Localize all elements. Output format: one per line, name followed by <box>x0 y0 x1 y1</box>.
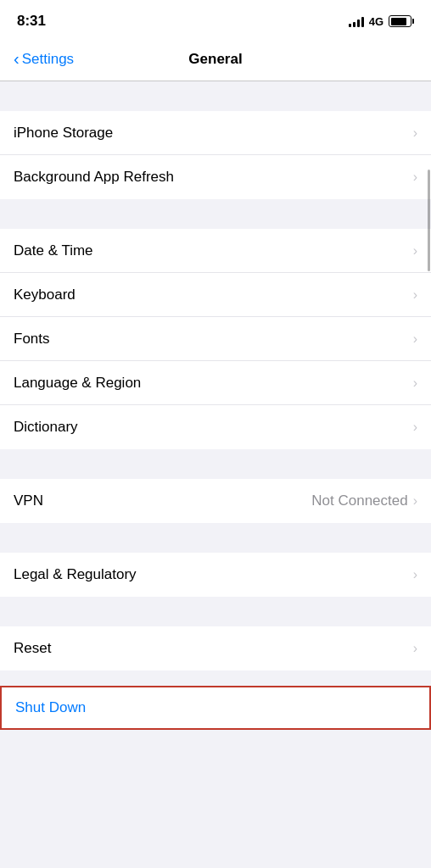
section-gap-1 <box>0 81 431 111</box>
keyboard-label: Keyboard <box>14 287 413 303</box>
chevron-right-icon: › <box>413 243 417 259</box>
chevron-right-icon: › <box>413 420 417 435</box>
section-gap-5 <box>0 597 431 626</box>
background-app-refresh-item[interactable]: Background App Refresh › <box>0 155 431 199</box>
legal-section: Legal & Regulatory › <box>0 553 431 597</box>
back-label: Settings <box>22 51 74 68</box>
back-button[interactable]: ‹ Settings <box>14 49 74 69</box>
section-gap-2 <box>0 199 431 229</box>
language-region-label: Language & Region <box>14 375 413 392</box>
shutdown-item[interactable]: Shut Down <box>0 686 431 730</box>
fonts-item[interactable]: Fonts › <box>0 317 431 361</box>
legal-regulatory-item[interactable]: Legal & Regulatory › <box>0 553 431 597</box>
shutdown-label: Shut Down <box>15 699 86 716</box>
background-app-refresh-label: Background App Refresh <box>14 169 413 186</box>
back-chevron-icon: ‹ <box>14 49 20 69</box>
network-type: 4G <box>369 15 383 28</box>
status-time: 8:31 <box>17 13 46 30</box>
datetime-section: Date & Time › Keyboard › Fonts › Languag… <box>0 229 431 449</box>
nav-header: ‹ Settings General <box>0 37 431 81</box>
status-icons: 4G <box>349 15 414 28</box>
fonts-label: Fonts <box>14 331 413 348</box>
chevron-right-icon: › <box>413 331 417 347</box>
iphone-storage-item[interactable]: iPhone Storage › <box>0 111 431 155</box>
reset-label: Reset <box>14 640 413 657</box>
chevron-right-icon: › <box>413 125 417 141</box>
language-region-item[interactable]: Language & Region › <box>0 361 431 405</box>
vpn-section: VPN Not Connected › <box>0 479 431 523</box>
keyboard-item[interactable]: Keyboard › <box>0 273 431 317</box>
vpn-status: Not Connected <box>311 492 407 509</box>
chevron-right-icon: › <box>413 567 417 582</box>
vpn-label: VPN <box>14 492 311 509</box>
iphone-storage-label: iPhone Storage <box>14 125 413 142</box>
chevron-right-icon: › <box>413 493 417 509</box>
section-gap-3 <box>0 449 431 479</box>
reset-item[interactable]: Reset › <box>0 626 431 670</box>
date-time-label: Date & Time <box>14 242 413 259</box>
chevron-right-icon: › <box>413 287 417 303</box>
vpn-item[interactable]: VPN Not Connected › <box>0 479 431 523</box>
legal-regulatory-label: Legal & Regulatory <box>14 566 413 583</box>
signal-bars-icon <box>349 15 364 27</box>
dictionary-item[interactable]: Dictionary › <box>0 405 431 449</box>
chevron-right-icon: › <box>413 641 417 656</box>
storage-section: iPhone Storage › Background App Refresh … <box>0 111 431 199</box>
chevron-right-icon: › <box>413 376 417 391</box>
dictionary-label: Dictionary <box>14 419 413 436</box>
chevron-right-icon: › <box>413 170 417 185</box>
reset-section: Reset › <box>0 626 431 670</box>
scrollbar-track <box>427 0 431 868</box>
battery-icon <box>389 15 414 27</box>
status-bar: 8:31 4G <box>0 0 431 37</box>
date-time-item[interactable]: Date & Time › <box>0 229 431 273</box>
scrollbar-thumb <box>428 170 430 271</box>
section-gap-4 <box>0 523 431 553</box>
page-title: General <box>188 51 242 68</box>
section-gap-6 <box>0 670 431 686</box>
